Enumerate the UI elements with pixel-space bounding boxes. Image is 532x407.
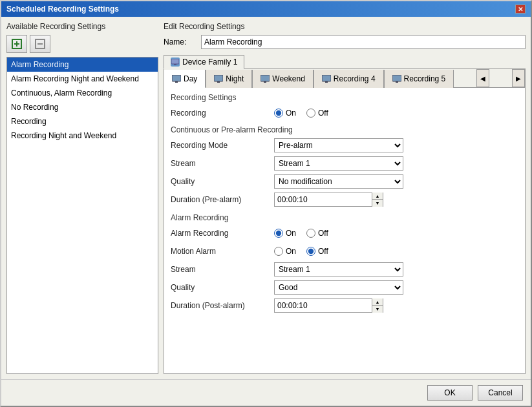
cancel-button[interactable]: Cancel [478, 385, 523, 401]
svg-rect-10 [217, 81, 220, 83]
dialog-title: Scheduled Recording Settings [6, 5, 119, 14]
toolbar [6, 35, 158, 53]
tab-scroll-right-button[interactable]: ▶ [512, 69, 525, 87]
delete-recording-button[interactable] [30, 35, 50, 53]
list-item[interactable]: Alarm Recording [7, 57, 158, 72]
alarm-section: Alarm Recording Alarm Recording On [171, 211, 518, 313]
duration-prealarm-row: Duration (Pre-alarm) ▲ ▼ [171, 193, 518, 207]
duration-postalarm-spinbox: ▲ ▼ [274, 298, 383, 313]
alarm-recording-label: Alarm Recording [171, 229, 274, 238]
list-item[interactable]: No Recording [7, 100, 158, 114]
quality-row: Quality No modification Good High Low [171, 174, 518, 189]
recording-off-radio[interactable]: Off [306, 109, 328, 118]
duration-postalarm-label: Duration (Post-alarm) [171, 301, 274, 310]
alarm-off-radio[interactable]: Off [306, 229, 328, 238]
recording-row: Recording On Off [171, 106, 518, 120]
quality-label: Quality [171, 177, 274, 186]
name-label: Name: [164, 37, 196, 47]
quality2-select[interactable]: Good No modification High Low [274, 280, 403, 295]
recording-mode-row: Recording Mode Pre-alarm Continuous No R… [171, 138, 518, 152]
list-item[interactable]: Recording Night and Weekend [7, 129, 158, 143]
recording-mode-label: Recording Mode [171, 141, 274, 150]
motion-alarm-row: Motion Alarm On Off [171, 244, 518, 258]
inner-content: Day Night Weekend [164, 69, 526, 374]
svg-rect-8 [175, 81, 178, 83]
list-item[interactable]: Continuous, Alarm Recording [7, 86, 158, 100]
right-panel: Edit Recording Settings Name: Device Fam… [164, 22, 526, 374]
close-button[interactable]: ✕ [515, 5, 526, 14]
svg-rect-14 [325, 81, 328, 83]
tab-icon [172, 75, 181, 83]
recording-settings-section-label: Recording Settings [171, 93, 518, 102]
delete-icon [34, 38, 46, 50]
continuous-section: Continuous or Pre-alarm Recording Record… [171, 125, 518, 207]
tab-scroll-left-button[interactable]: ◀ [476, 69, 489, 87]
tab-recording-5[interactable]: Recording 5 [384, 70, 454, 88]
recording-off-label: Off [318, 109, 328, 118]
tab-recording-4[interactable]: Recording 4 [314, 70, 384, 88]
sub-tab-bar: Day Night Weekend [164, 69, 525, 88]
svg-rect-9 [214, 75, 223, 81]
right-panel-title: Edit Recording Settings [164, 22, 526, 31]
spinbox2-up-button[interactable]: ▲ [372, 298, 383, 306]
svg-rect-13 [322, 75, 331, 81]
left-panel-title: Available Recording Settings [6, 22, 158, 31]
quality2-label: Quality [171, 283, 274, 292]
motion-off-radio[interactable]: Off [306, 247, 328, 256]
stream-label: Stream [171, 159, 274, 168]
recording-label: Recording [171, 109, 274, 118]
duration-postalarm-input[interactable] [275, 299, 372, 312]
dialog-content: Available Recording Settings [1, 17, 531, 379]
motion-alarm-label: Motion Alarm [171, 247, 274, 256]
motion-alarm-controls: On Off [274, 247, 518, 256]
list-item[interactable]: Alarm Recording Night and Weekend [7, 72, 158, 86]
tab-weekend[interactable]: Weekend [252, 70, 313, 88]
svg-rect-15 [392, 75, 401, 81]
svg-rect-16 [396, 81, 398, 83]
device-tab-bar: Device Family 1 [164, 54, 526, 69]
dialog-footer: OK Cancel [1, 379, 531, 406]
tab-day-label: Day [184, 74, 197, 83]
spinbox2-arrows: ▲ ▼ [372, 298, 383, 313]
tab-day[interactable]: Day [164, 70, 206, 88]
add-icon [11, 38, 23, 50]
name-input[interactable] [201, 35, 526, 49]
continuous-section-label: Continuous or Pre-alarm Recording [171, 125, 518, 134]
motion-off-label: Off [318, 247, 328, 256]
spinbox-down-button[interactable]: ▼ [372, 200, 383, 207]
tab-day-content: Recording Settings Recording On Off [164, 88, 525, 322]
duration-prealarm-spinbox: ▲ ▼ [274, 193, 383, 207]
tab-night[interactable]: Night [206, 70, 252, 88]
spinbox2-down-button[interactable]: ▼ [372, 306, 383, 313]
device-tab-device-family-1[interactable]: Device Family 1 [164, 55, 244, 69]
list-item[interactable]: Recording [7, 114, 158, 129]
tab-recording-4-label: Recording 4 [334, 74, 376, 83]
stream2-select[interactable]: Stream 1 Stream 2 [274, 262, 403, 277]
tab-icon [214, 75, 223, 83]
spinbox-arrows: ▲ ▼ [372, 193, 383, 207]
stream2-row: Stream Stream 1 Stream 2 [171, 262, 518, 277]
add-recording-button[interactable] [6, 35, 27, 53]
svg-rect-11 [261, 75, 270, 81]
motion-on-radio[interactable]: On [274, 247, 296, 256]
recording-on-label: On [286, 109, 296, 118]
alarm-on-label: On [286, 229, 296, 238]
quality-select[interactable]: No modification Good High Low [274, 174, 403, 189]
alarm-on-radio[interactable]: On [274, 229, 296, 238]
svg-rect-5 [171, 59, 179, 64]
duration-prealarm-input[interactable] [275, 193, 372, 206]
tab-recording-5-label: Recording 5 [404, 74, 446, 83]
alarm-recording-controls: On Off [274, 229, 518, 238]
spinbox-up-button[interactable]: ▲ [372, 193, 383, 200]
stream-select[interactable]: Stream 1 Stream 2 [274, 156, 403, 171]
recording-settings-list[interactable]: Alarm Recording Alarm Recording Night an… [6, 57, 158, 374]
device-tab-label: Device Family 1 [182, 57, 237, 67]
ok-button[interactable]: OK [427, 385, 473, 401]
tab-icon [261, 75, 270, 83]
stream-row: Stream Stream 1 Stream 2 [171, 156, 518, 171]
duration-postalarm-row: Duration (Post-alarm) ▲ ▼ [171, 298, 518, 313]
title-bar: Scheduled Recording Settings ✕ [1, 1, 531, 17]
recording-on-radio[interactable]: On [274, 109, 296, 118]
svg-rect-6 [174, 64, 176, 65]
recording-mode-select[interactable]: Pre-alarm Continuous No Recording [274, 138, 403, 152]
